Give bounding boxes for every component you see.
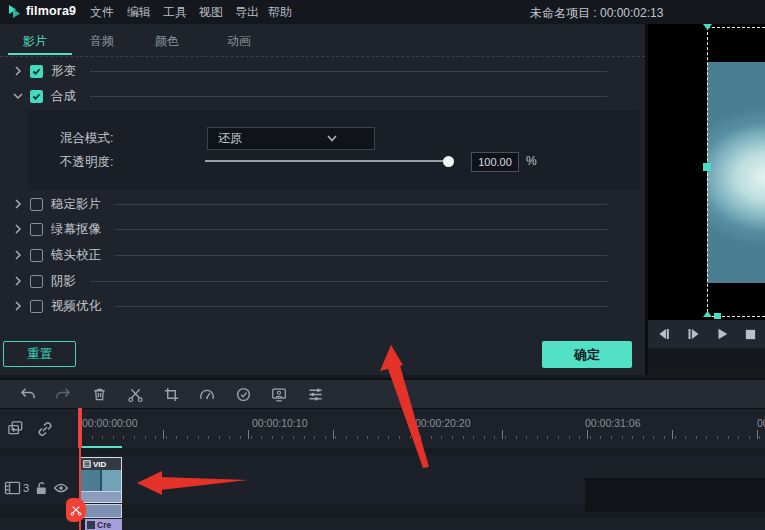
row-label: 镜头校正 (51, 247, 101, 264)
reset-button[interactable]: 重置 (3, 341, 76, 367)
compositing-subpanel: 混合模式: 还原 不透明度: % (28, 110, 640, 190)
ruler-minor-ticks (81, 436, 765, 439)
logo-text: filmora9 (26, 4, 76, 18)
edit-toolbar (0, 378, 765, 408)
row-label: 视频优化 (51, 298, 101, 315)
timeline-ruler[interactable]: 00:00:00:00 00:00:10:10 00:00:20:20 00:0… (80, 409, 765, 449)
row-divider (115, 204, 607, 205)
manage-tracks-icon[interactable] (6, 419, 25, 437)
menu-tools[interactable]: 工具 (163, 4, 187, 21)
blend-mode-label: 混合模式: (60, 130, 113, 147)
menu-file[interactable]: 文件 (90, 4, 114, 21)
split-scissors-icon[interactable] (117, 381, 153, 407)
blend-mode-select[interactable]: 还原 (207, 127, 375, 150)
preview-panel (648, 24, 765, 375)
selection-border-top (707, 27, 765, 28)
selection-handle-bottom[interactable] (703, 311, 712, 317)
color-tuning-icon[interactable] (225, 381, 261, 407)
delete-icon[interactable] (81, 381, 117, 407)
transform-checkbox[interactable] (30, 65, 43, 78)
chevron-down-icon[interactable] (12, 90, 24, 102)
row-label: 合成 (51, 88, 76, 105)
chevron-right-icon[interactable] (12, 275, 24, 287)
chevron-right-icon[interactable] (12, 198, 24, 210)
row-stabilization: 稳定影片 (0, 193, 645, 215)
confirm-button[interactable]: 确定 (542, 341, 632, 368)
active-tab-underline (8, 53, 72, 55)
preview-video-frame (707, 62, 765, 283)
selection-handle-middle[interactable] (703, 163, 711, 171)
stabilization-checkbox[interactable] (30, 198, 43, 211)
row-divider (115, 229, 607, 230)
timeline-empty-region (585, 478, 765, 512)
video-clip-label: VID (93, 460, 106, 469)
chevron-right-icon[interactable] (12, 65, 24, 77)
undo-icon[interactable] (9, 381, 45, 407)
row-transform: 形变 (0, 60, 645, 82)
lens-correction-checkbox[interactable] (30, 249, 43, 262)
chevron-down-icon (297, 135, 366, 142)
speed-icon[interactable] (189, 381, 225, 407)
properties-panel: 影片 音频 颜色 动画 形变 合成 (0, 24, 645, 375)
green-screen-checkbox[interactable] (30, 223, 43, 236)
opacity-unit: % (526, 154, 537, 168)
panel-tabs: 影片 音频 颜色 动画 (0, 24, 645, 57)
compositing-checkbox[interactable] (30, 90, 43, 103)
menu-help[interactable]: 帮助 (268, 4, 292, 21)
row-compositing: 合成 (0, 85, 645, 107)
row-divider (90, 281, 607, 282)
eye-icon[interactable] (53, 482, 69, 494)
menu-export[interactable]: 导出 (235, 4, 259, 21)
ruler-timestamp: 00:00:20:20 (415, 417, 470, 429)
title-clip[interactable]: Cre (85, 519, 122, 530)
selection-handle-bottom-mid[interactable] (714, 313, 721, 319)
playback-controls (648, 320, 765, 348)
crop-icon[interactable] (153, 381, 189, 407)
row-drop-shadow: 阴影 (0, 270, 645, 292)
previous-frame-button[interactable] (656, 327, 671, 341)
video-clip[interactable]: VID (80, 457, 122, 503)
opacity-value-input[interactable] (471, 152, 519, 172)
drop-shadow-checkbox[interactable] (30, 275, 43, 288)
tab-animation[interactable]: 动画 (227, 33, 251, 50)
row-green-screen: 绿幕抠像 (0, 218, 645, 240)
opacity-slider-handle[interactable] (443, 156, 454, 167)
blend-mode-value: 还原 (218, 130, 287, 147)
stop-button[interactable] (744, 328, 757, 341)
lock-icon[interactable] (34, 480, 48, 496)
video-track-icon (4, 481, 21, 495)
link-icon[interactable] (36, 420, 54, 438)
video-clip-lower-segment[interactable] (80, 504, 122, 518)
video-clip-header: VID (81, 458, 121, 470)
row-divider (90, 96, 607, 97)
chevron-right-icon[interactable] (12, 223, 24, 235)
row-label: 阴影 (51, 273, 76, 290)
adjust-sliders-icon[interactable] (297, 381, 333, 407)
next-frame-button[interactable] (686, 327, 701, 341)
menu-view[interactable]: 视图 (199, 4, 223, 21)
row-lens-correction: 镜头校正 (0, 244, 645, 266)
ruler-timestamp: 00:00:31:06 (585, 417, 640, 429)
ruler-timestamp: 00 (757, 417, 765, 429)
row-video-enhance: 视频优化 (0, 295, 645, 317)
menu-edit[interactable]: 编辑 (127, 4, 151, 21)
row-label: 绿幕抠像 (51, 221, 101, 238)
split-badge-scissors-icon[interactable] (66, 498, 86, 522)
tab-color[interactable]: 颜色 (155, 33, 179, 50)
video-enhance-checkbox[interactable] (30, 300, 43, 313)
title-clip-label: Cre (97, 520, 111, 530)
opacity-slider-track[interactable] (205, 160, 451, 162)
motion-track-icon[interactable] (261, 381, 297, 407)
chevron-right-icon[interactable] (12, 300, 24, 312)
opacity-label: 不透明度: (60, 154, 113, 171)
row-divider (115, 306, 607, 307)
preview-viewer (648, 24, 765, 320)
play-button[interactable] (715, 327, 729, 341)
filmora-logo-icon (8, 4, 23, 19)
tab-video[interactable]: 影片 (23, 33, 47, 50)
tab-audio[interactable]: 音频 (90, 33, 114, 50)
row-divider (115, 255, 607, 256)
redo-icon[interactable] (45, 381, 81, 407)
chevron-right-icon[interactable] (12, 249, 24, 261)
timeline-header: 00:00:00:00 00:00:10:10 00:00:20:20 00:0… (0, 408, 765, 449)
